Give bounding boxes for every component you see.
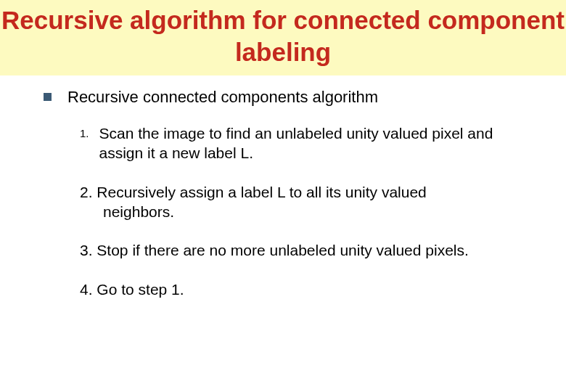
square-bullet-icon	[44, 93, 52, 101]
step-3-text: 3. Stop if there are no more unlabeled u…	[80, 242, 469, 258]
step-2: 2. Recursively assign a label L to all i…	[80, 182, 537, 222]
steps-list: 1.Scan the image to find an unlabeled un…	[80, 123, 537, 299]
step-1-number: 1.	[80, 126, 89, 141]
section-heading: Recursive connected components algorithm	[67, 87, 378, 108]
slide-content: Recursive connected components algorithm…	[0, 75, 566, 299]
slide-title: Recursive algorithm for connected compon…	[0, 4, 566, 68]
step-1: 1.Scan the image to find an unlabeled un…	[80, 123, 537, 163]
title-banner: Recursive algorithm for connected compon…	[0, 0, 566, 75]
step-2-line2: neighbors.	[103, 202, 537, 221]
step-3: 3. Stop if there are no more unlabeled u…	[80, 240, 537, 260]
step-4: 4. Go to step 1.	[80, 279, 537, 299]
step-1-text: Scan the image to find an unlabeled unit…	[99, 123, 513, 163]
step-2-line1: 2. Recursively assign a label L to all i…	[80, 184, 427, 200]
heading-row: Recursive connected components algorithm	[44, 87, 537, 108]
step-4-text: 4. Go to step 1.	[80, 281, 184, 298]
